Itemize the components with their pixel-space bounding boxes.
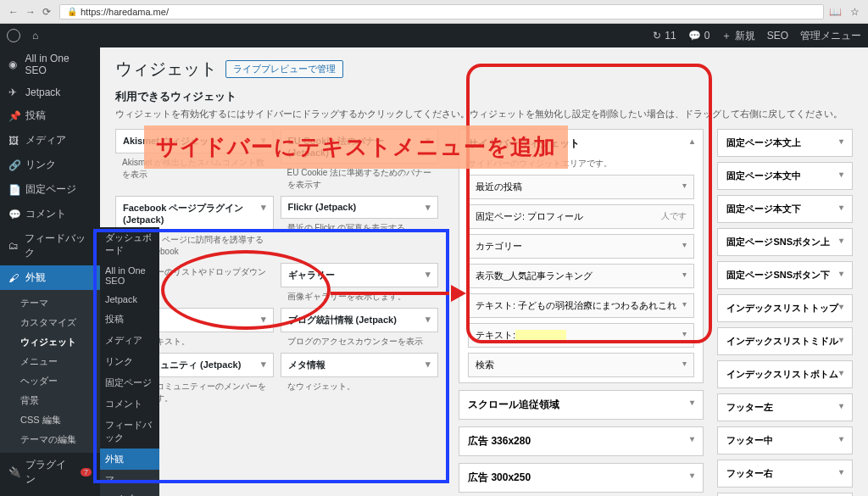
browser-toolbar: ← → ⟳ 🔒 https://haredama.me/ 📖 ☆ [0, 0, 868, 24]
sidebar-subitem[interactable]: 背景 [15, 391, 100, 410]
available-widget[interactable]: ブログ統計情報 (Jetpack)▾ブログのアクセスカウンターを表示 [281, 308, 439, 351]
widget-area-collapsed[interactable]: 広告 300x250▾ [459, 463, 704, 493]
annotation-text: サイドバーにテキストメニューを追加 [144, 125, 568, 169]
placed-widget[interactable]: 最近の投稿▾ [468, 175, 694, 199]
placed-widget[interactable]: テキスト: 子どもの弱視治療にまつわるあれこれ▾ [468, 293, 694, 318]
live-preview-button[interactable]: ライブプレビューで管理 [225, 60, 343, 78]
new-link[interactable]: ＋ 新規 [721, 29, 754, 43]
available-widget[interactable]: ギャラリー▾画像ギャラリーを表示します。 [281, 263, 439, 306]
sidebar-item[interactable]: ◉All in One SEO [0, 47, 100, 81]
back-icon[interactable]: ← [8, 6, 20, 18]
sidebar-overlay: ダッシュボードAll in One SEOJetpack投稿メディアリンク固定ペ… [100, 227, 159, 496]
admin-sidebar: ◉All in One SEO✈Jetpack📌投稿🖼メディア🔗リンク📄固定ペー… [0, 47, 100, 496]
widget-area-collapsed[interactable]: 固定ページ本文下▾ [717, 195, 853, 223]
sidebar-item[interactable]: ✈Jetpack [0, 81, 100, 103]
sidebar-item[interactable]: 🖼メディア [0, 128, 100, 153]
seo-link[interactable]: SEO [767, 30, 788, 42]
lock-icon: 🔒 [67, 7, 77, 16]
widget-area-collapsed[interactable]: インデックスリストトップ▾ [717, 294, 853, 322]
widget-area-collapsed[interactable]: 固定ページSNSボタン上▾ [717, 228, 853, 256]
forward-icon[interactable]: → [25, 6, 37, 18]
star-icon[interactable]: ☆ [850, 6, 860, 18]
page-title: ウィジェット ライブプレビューで管理 [115, 58, 853, 81]
widget-area-collapsed[interactable]: インデックスリストボトム▾ [717, 360, 853, 388]
widget-area-collapsed[interactable]: 広告 336x280▾ [459, 426, 704, 456]
mgr-link[interactable]: 管理メニュー [800, 29, 861, 43]
placed-widget[interactable]: 検索▾ [468, 353, 694, 377]
sidebar-subitem[interactable]: ヘッダー [15, 371, 100, 391]
wp-logo-icon[interactable] [7, 29, 20, 42]
widget-area-collapsed[interactable]: スクロール追従領域▾ [459, 390, 704, 420]
widget-area-collapsed[interactable]: フッター中▾ [717, 426, 853, 454]
sidebar-subitem[interactable]: メニュー [15, 352, 100, 371]
updates-count[interactable]: ↻ 11 [653, 30, 676, 42]
wp-admin-bar: ⌂ ↻ 11 💬 0 ＋ 新規 SEO 管理メニュー [0, 24, 868, 47]
widget-area-collapsed[interactable]: フッター左▾ [717, 393, 853, 421]
sidebar-item[interactable]: 📄固定ページ [0, 177, 100, 202]
sidebar-subitem[interactable]: カスタマイズ [15, 313, 100, 332]
content-area: ウィジェット ライブプレビューで管理 利用できるウィジェット ウィジェットを有効… [100, 47, 868, 496]
site-home[interactable]: ⌂ [32, 30, 38, 42]
widget-areas-column: サイドバーウィジェット▴ サイドバーのウィジットエリアです。 最近の投稿▾固定ペ… [459, 129, 704, 496]
placed-widget[interactable]: テキスト: ▾ [468, 323, 694, 348]
sidebar-subitem[interactable]: ウィジェット [15, 332, 100, 352]
sidebar-subitem[interactable]: CSS 編集 [15, 410, 100, 430]
widget-area-collapsed[interactable]: 固定ページ本文中▾ [717, 162, 853, 190]
overlay-item[interactable]: フィードバック [100, 415, 159, 449]
reader-icon[interactable]: 📖 [829, 6, 842, 18]
sidebar-item[interactable]: 👤ユーザー [0, 492, 100, 496]
widget-areas-right-column: 固定ページ本文上▾固定ページ本文中▾固定ページ本文下▾固定ページSNSボタン上▾… [717, 129, 853, 496]
address-bar[interactable]: 🔒 https://haredama.me/ [59, 4, 824, 20]
placed-widget[interactable]: 表示数_人気記事ランキング▾ [468, 264, 694, 288]
sidebar-item[interactable]: 💬コメント [0, 202, 100, 226]
overlay-item[interactable]: リンク [100, 351, 159, 372]
sidebar-subitem[interactable]: テーマ [15, 293, 100, 313]
available-widget[interactable]: メタ情報▾なウィジェット。 [281, 353, 439, 408]
widget-area-collapsed[interactable]: 404ページ▾ [717, 493, 853, 496]
overlay-item-active[interactable]: 外観 [100, 449, 159, 470]
sidebar-item[interactable]: 🖌外観 [0, 265, 100, 290]
sidebar-item[interactable]: 📌投稿 [0, 103, 100, 128]
overlay-item[interactable]: メディア [100, 330, 159, 351]
placed-widget[interactable]: 固定ページ: プロフィール人です [468, 204, 694, 229]
sidebar-item[interactable]: 🔗リンク [0, 153, 100, 177]
overlay-subitem[interactable]: マ [100, 470, 159, 489]
overlay-subitem[interactable]: マイズ [100, 489, 159, 496]
overlay-item[interactable]: Jetpack [100, 290, 159, 309]
sidebar-item[interactable]: 🔌プラグイン7 [0, 453, 100, 492]
widget-area-collapsed[interactable]: 固定ページSNSボタン下▾ [717, 261, 853, 289]
available-widget[interactable]: Flickr (Jetpack)▾最近の Flickr の写真を表示する [281, 196, 439, 261]
available-widgets-desc: ウィジェットを有効化するにはサイドバーにドラッグするかクリックしてください。ウィ… [115, 108, 853, 120]
available-widgets-heading: 利用できるウィジェット [115, 89, 853, 104]
widget-area-collapsed[interactable]: 固定ページ本文上▾ [717, 129, 853, 157]
widget-area-collapsed[interactable]: フッター右▾ [717, 460, 853, 488]
sidebar-subitem[interactable]: テーマの編集 [15, 430, 100, 449]
available-widgets-column: Akismet ウィジェット▾Akismet が検出したスパムコメント数を表示E… [115, 129, 445, 496]
placed-widget[interactable]: カテゴリー▾ [468, 234, 694, 259]
overlay-item[interactable]: All in One SEO [100, 261, 159, 290]
overlay-item[interactable]: 投稿 [100, 309, 159, 330]
sidebar-item[interactable]: 🗂フィードバック [0, 226, 100, 265]
comments-count[interactable]: 💬 0 [688, 30, 710, 42]
widget-area-collapsed[interactable]: インデックスリストミドル▾ [717, 327, 853, 355]
overlay-item[interactable]: ダッシュボード [100, 227, 159, 261]
overlay-item[interactable]: 固定ページ [100, 372, 159, 393]
reload-icon[interactable]: ⟳ [42, 6, 54, 18]
chevron-up-icon: ▴ [690, 137, 694, 151]
url-text: https://haredama.me/ [81, 7, 169, 17]
overlay-item[interactable]: コメント [100, 393, 159, 415]
